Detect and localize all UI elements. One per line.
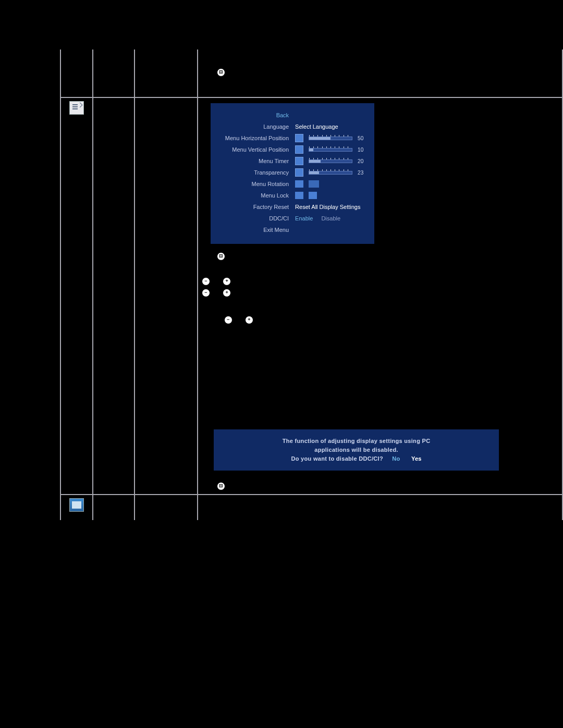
- icon-cell: [60, 50, 93, 97]
- osd-item: Menu Rotation: [211, 181, 295, 187]
- slider-value: 20: [358, 158, 367, 164]
- row-label: Menu Lock: [134, 352, 198, 387]
- osd-item: DDC/CI: [211, 215, 295, 221]
- osd-slider: [309, 171, 352, 175]
- dialog-text: The function of adjusting display settin…: [219, 437, 494, 446]
- slider-icon: [295, 168, 303, 177]
- plus-button-icon: +: [223, 277, 231, 286]
- pip-settings-icon: [69, 498, 84, 512]
- row-desc: Back LanguageSelect Language Menu Horizo…: [198, 98, 562, 250]
- text: disable this feature by selecting "Disab…: [201, 413, 559, 418]
- row-desc: Push ⊟ to exit the OSD main menu.: [198, 477, 562, 495]
- row-label: Menu Rotation: [134, 342, 198, 352]
- slider-icon: [295, 157, 303, 165]
- manual-table: Exit Menu Push ⊟ to exit the OSD main me…: [60, 50, 563, 520]
- plus-button-icon: +: [245, 316, 253, 324]
- category-cell: PIP SETTINGS: [93, 495, 134, 520]
- rotation-icon: [309, 180, 319, 188]
- text: OSD Hold Time: Sets the length of time t…: [201, 307, 559, 313]
- row-desc: Rotates the OSD by 90 degrees counter-cl…: [198, 342, 562, 352]
- row-label: Back: [134, 250, 198, 261]
- row-desc: OSD Hold Time: Sets the length of time t…: [198, 298, 562, 325]
- osd-value: Select Language: [295, 124, 374, 130]
- minus-button-icon: −: [202, 289, 210, 297]
- row-label: Menu Vertical Position: [134, 287, 198, 298]
- text: and: [211, 278, 222, 283]
- osd-item: Transparency: [211, 169, 295, 176]
- row-desc: This function brings up a window display…: [198, 495, 562, 520]
- text: to exit the OSD main menu.: [226, 69, 301, 75]
- lock-icon: [295, 192, 303, 199]
- dialog-option-yes: Yes: [411, 455, 422, 462]
- row-label: Factory Reset: [134, 387, 198, 405]
- row-label: Exit Menu: [134, 50, 198, 97]
- osd-item: Menu Timer: [211, 158, 295, 164]
- slider-value: 10: [358, 147, 367, 153]
- text: PIP/PBP submenu when PIP/PBP OFF: [201, 512, 305, 518]
- dialog-text: Do you want to disable DDC/CI?: [291, 455, 383, 462]
- row-desc: Push ⊟ to go back to the main menu.: [198, 250, 562, 261]
- osd-item: Language: [211, 124, 295, 130]
- row-label: Exit Menu: [134, 477, 198, 495]
- slider-value: 50: [358, 135, 367, 141]
- text: to go back to the main menu.: [226, 253, 305, 258]
- row-label: Menu Horizontal Position: [134, 271, 198, 287]
- text: PIP/PBP submenu when PI: [422, 512, 494, 518]
- text: Enable this feature for best user experi…: [201, 418, 559, 424]
- text: Push: [201, 69, 216, 75]
- osd-item: Factory Reset: [211, 204, 295, 210]
- category-label: PIP: [108, 497, 119, 503]
- menu-button-icon: ⊟: [217, 252, 225, 261]
- category-cell: MENU SETTINGS: [93, 98, 134, 250]
- minus-button-icon: −: [202, 277, 210, 286]
- osd-item: Menu Horizontal Position: [211, 135, 295, 141]
- menu-button-icon: ⊟: [217, 68, 225, 77]
- osd-item: Exit Menu: [211, 227, 295, 233]
- osd-value: Reset All Display Settings: [295, 204, 374, 210]
- note-text: NOTE: When the OSD is locked, pressing t…: [201, 370, 559, 385]
- icon-cell: [60, 495, 93, 520]
- slider-icon: [295, 134, 303, 142]
- rotation-icon: [295, 180, 303, 188]
- row-label: DDC/CI: [134, 405, 198, 477]
- text: DDC/CI (Display Data Channel/Command Int…: [201, 407, 559, 413]
- text: and: [211, 289, 222, 295]
- slider-value: 23: [358, 170, 367, 176]
- text: Menu Horizontal: [150, 273, 194, 279]
- category-cell: [93, 50, 134, 97]
- osd-option: Disable: [321, 215, 340, 221]
- row-desc: Push ⊟ to exit the OSD main menu.: [198, 50, 562, 97]
- menu-button-icon: ⊟: [217, 482, 225, 490]
- row-desc: DDC/CI (Display Data Channel/Command Int…: [198, 405, 562, 477]
- row-label: [134, 98, 198, 250]
- text: Use the: [201, 316, 224, 322]
- text: buttons move OSD left and right.: [231, 278, 321, 283]
- osd-option: Enable: [295, 215, 313, 221]
- text: buttons to adjust the slider in 5 second…: [254, 316, 451, 322]
- dialog-option-no: No: [392, 455, 400, 462]
- row-desc: Reset all OSD settings to the factory pr…: [198, 387, 562, 405]
- category-label: SETTINGS: [96, 503, 131, 509]
- text: This function brings up a window display…: [201, 497, 559, 503]
- text-bold: (main source is VGA/DVI-D input): [305, 512, 400, 518]
- row-desc: Controls user access to adjustments. Whe…: [198, 352, 562, 387]
- osd-back: Back: [211, 112, 295, 118]
- row-desc: This function is used to adjust the OSD …: [198, 325, 562, 342]
- lock-icon: [309, 192, 317, 199]
- row-desc: −and + buttons move OSD left and right.: [198, 271, 562, 287]
- plus-button-icon: +: [223, 289, 231, 297]
- row-label: [134, 495, 198, 520]
- dialog-text: applications will be disabled.: [219, 446, 494, 454]
- osd-slider: [309, 159, 352, 163]
- row-label: Menu Timer: [134, 298, 198, 325]
- text: to exit the OSD main menu.: [226, 483, 301, 488]
- text: Push: [201, 483, 216, 488]
- menu-settings-icon: [69, 101, 84, 115]
- text: Push: [201, 253, 216, 258]
- osd-slider: [309, 137, 352, 140]
- osd-item: Menu Vertical Position: [211, 146, 295, 153]
- minus-button-icon: −: [224, 316, 232, 324]
- text: buttons move OSD up and down.: [231, 289, 321, 295]
- text: and: [233, 316, 244, 322]
- category-label: MENU: [104, 100, 123, 106]
